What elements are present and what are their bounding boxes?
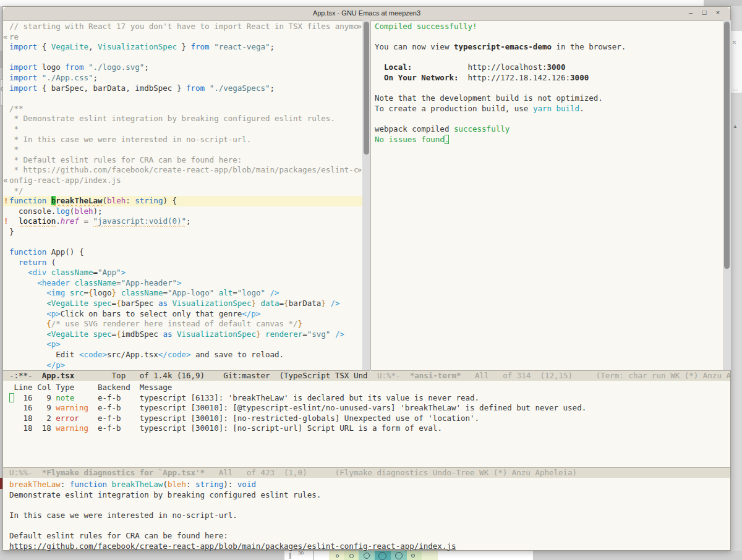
- text-line: You can now view typescript-emacs-demo i…: [371, 42, 723, 53]
- text-line: <VegaLite spec={imdbSpec as Visualizatio…: [3, 329, 362, 340]
- text-line: [371, 83, 723, 94]
- text-line: !function breakTheLaw(bleh: string) {: [3, 196, 362, 206]
- text-line: [3, 500, 730, 511]
- text-line: 16 9 warning e-f-b typescript [30010]: […: [3, 403, 730, 414]
- text-line: *: [3, 124, 362, 135]
- text-line: *: [3, 145, 362, 155]
- text-line: [3, 520, 730, 531]
- text-line: // starting with React 17 you don't have…: [3, 22, 362, 32]
- text-line: */: [3, 186, 362, 197]
- text-line: }: [3, 227, 362, 237]
- echo-area: breakTheLaw: function breakTheLaw(bleh: …: [3, 478, 730, 553]
- text-line: 16 9 note e-f-b typescript [6133]: 'brea…: [3, 393, 730, 404]
- diagnostic-fringe-icon: !: [4, 196, 9, 206]
- text-line: /**: [3, 104, 362, 114]
- text-line: [3, 53, 362, 63]
- scrollbar-thumb[interactable]: [364, 22, 369, 155]
- text-line: <header className="App-header">: [3, 278, 362, 289]
- text-line: [3, 93, 362, 104]
- title-bar: App.tsx - GNU Emacs at meepzen3 – □ ×: [3, 7, 730, 21]
- text-line: [371, 114, 723, 124]
- text-line: No issues found.: [371, 135, 723, 145]
- text-line: webpack compiled successfully: [371, 124, 723, 135]
- wrap-indicator-icon: »: [357, 165, 362, 176]
- flymake-diagnostics-buffer[interactable]: Line Col Type Backend Message 16 9 note …: [3, 381, 730, 469]
- text-line: U:%%- *Flymake diagnostics for `App.tsx'…: [3, 468, 730, 478]
- modeline-flymake: U:%%- *Flymake diagnostics for `App.tsx'…: [3, 467, 730, 478]
- text-line: On Your Network: http://172.18.142.126:3…: [371, 73, 723, 83]
- text-line: </p>: [3, 360, 362, 371]
- text-line: import logo from "./logo.svg";: [3, 62, 362, 73]
- background-sliver-top-right: [704, 0, 742, 6]
- text-line: * Default eslint rules for CRA can be fo…: [3, 155, 362, 166]
- text-line: Edit <code>src/App.tsx</code> and save t…: [3, 350, 362, 360]
- emacs-window: App.tsx - GNU Emacs at meepzen3 – □ × //…: [2, 6, 731, 551]
- text-line: <p>: [3, 339, 362, 350]
- text-line: * In this case we were interested in no-…: [3, 135, 362, 145]
- text-line: breakTheLaw: function breakTheLaw(bleh: …: [3, 480, 730, 490]
- text-line: [371, 53, 723, 63]
- text-line: Local: http://localhost:3000: [371, 62, 723, 73]
- terminal-buffer[interactable]: Compiled successfully!You can now view t…: [371, 20, 723, 371]
- editor-buffer[interactable]: // starting with React 17 you don't have…: [3, 20, 362, 371]
- bubble: [395, 552, 403, 559]
- text-line: Demonstrate eslint integration by breaki…: [3, 490, 730, 501]
- text-line: 18 2 error e-f-b typescript [30010]: [no…: [3, 414, 730, 424]
- text-line: Note that the development build is not o…: [371, 93, 723, 104]
- text-line: https://github.com/facebook/create-react…: [3, 541, 730, 552]
- text-line: {/* use SVG renderer here instead of def…: [3, 319, 362, 329]
- text-line: 18 18 warning e-f-b typescript [30010]: …: [3, 423, 730, 434]
- text-line: To create a production build, use yarn b…: [371, 104, 723, 114]
- text-line: U:%*- *ansi-term* All of 314 (12,15) (Te…: [371, 371, 730, 381]
- text-line: <div className="App">: [3, 268, 362, 278]
- text-line: import "./App.css";: [3, 73, 362, 83]
- text-line: Line Col Type Backend Message: [3, 383, 730, 393]
- wrap-indicator-icon: «: [3, 32, 9, 43]
- text-line: Compiled successfully!: [371, 22, 723, 32]
- text-line: return (: [3, 258, 362, 268]
- minimize-button[interactable]: –: [686, 9, 696, 19]
- text-line: <VegaLite spec={barSpec as Visualization…: [3, 299, 362, 309]
- terminal-scrollbar[interactable]: [723, 20, 731, 370]
- wrap-indicator-icon: «: [3, 176, 9, 186]
- text-line: -:**- App.tsx Top of 1.4k (16,9) Git:mas…: [3, 371, 370, 381]
- desktop: oca × ⋯ ▲ 30 App.tsx - GNU Emacs at meep…: [0, 0, 742, 560]
- close-button[interactable]: ×: [713, 9, 723, 19]
- editor-scrollbar[interactable]: [362, 20, 371, 370]
- text-line: import { VegaLite, VisualizationSpec } f…: [3, 42, 362, 53]
- text-line: * https://github.com/facebook/create-rea…: [3, 165, 362, 176]
- scroll-up-arrow-icon: ▲: [733, 124, 740, 130]
- diagnostic-fringe-icon: !: [4, 216, 9, 227]
- bubble: [364, 553, 370, 559]
- maximize-button[interactable]: □: [699, 9, 709, 19]
- text-line: * Demonstrate eslint integration by brea…: [3, 114, 362, 124]
- text-line: «onfig-react-app/index.js: [3, 176, 362, 186]
- bubble: [411, 554, 415, 558]
- bubble: [378, 552, 386, 560]
- text-line: [371, 32, 723, 43]
- text-line: <p>Click on bars to select only that gen…: [3, 309, 362, 320]
- window-title: App.tsx - GNU Emacs at meepzen3: [3, 9, 730, 17]
- overflow-menu-icon: ⋯: [732, 87, 741, 94]
- text-line: import { barSpec, barData, imdbSpec } fr…: [3, 83, 362, 94]
- axis-label-fragment: [289, 553, 291, 559]
- text-line: <img src={logo} className="App-logo" alt…: [3, 288, 362, 299]
- text-line: ! location.href = "javascript:void(0)";: [3, 216, 362, 227]
- text-line: «re: [3, 32, 362, 43]
- text-line: [3, 237, 362, 247]
- wrap-indicator-icon: »: [357, 22, 362, 32]
- scrollbar-thumb[interactable]: [724, 22, 730, 269]
- text-line: In this case we were interested in no-sc…: [3, 511, 730, 521]
- text-line: console.log(bleh);: [3, 206, 362, 217]
- close-icon: ×: [732, 38, 741, 47]
- bubble: [336, 554, 339, 558]
- modeline-terminal: U:%*- *ansi-term* All of 314 (12,15) (Te…: [371, 370, 730, 381]
- bubble: [349, 554, 354, 558]
- text-line: function App() {: [3, 247, 362, 258]
- text-line: Default eslint rules for CRA can be foun…: [3, 531, 730, 541]
- modeline-editor: -:**- App.tsx Top of 1.4k (16,9) Git:mas…: [3, 370, 370, 381]
